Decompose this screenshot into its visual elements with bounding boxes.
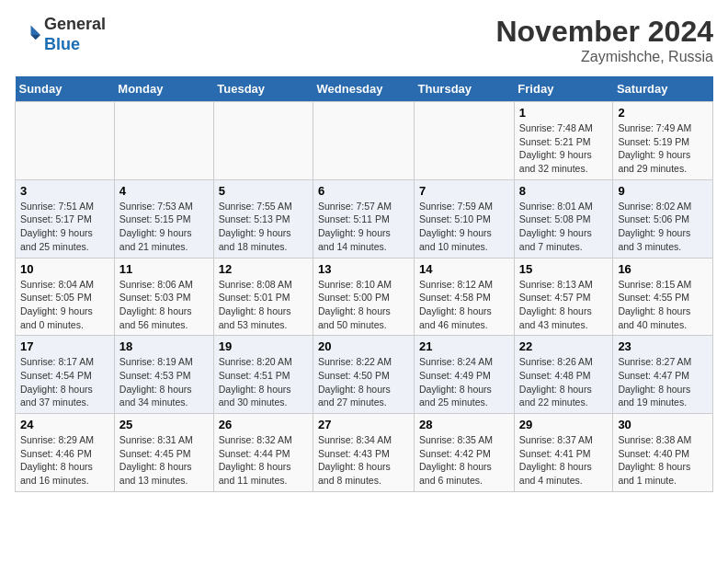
day-cell [313,102,415,180]
day-info: Sunrise: 8:06 AM Sunset: 5:03 PM Dayligh… [119,278,209,332]
day-info: Sunrise: 8:08 AM Sunset: 5:01 PM Dayligh… [219,278,308,332]
day-number: 19 [219,339,308,353]
day-number: 15 [519,262,609,276]
day-info: Sunrise: 7:48 AM Sunset: 5:21 PM Dayligh… [519,121,609,176]
day-cell: 17Sunrise: 8:17 AM Sunset: 4:54 PM Dayli… [16,336,115,414]
calendar-body: 1Sunrise: 7:48 AM Sunset: 5:21 PM Daylig… [16,102,713,492]
day-info: Sunrise: 8:27 AM Sunset: 4:47 PM Dayligh… [618,355,708,409]
day-number: 23 [618,339,708,353]
day-cell: 7Sunrise: 7:59 AM Sunset: 5:10 PM Daylig… [415,179,515,258]
week-row-1: 1Sunrise: 7:48 AM Sunset: 5:21 PM Daylig… [16,102,713,180]
day-cell: 3Sunrise: 7:51 AM Sunset: 5:17 PM Daylig… [16,179,115,258]
weekday-row: SundayMondayTuesdayWednesdayThursdayFrid… [16,76,713,102]
calendar-table: SundayMondayTuesdayWednesdayThursdayFrid… [15,76,713,492]
day-info: Sunrise: 8:02 AM Sunset: 5:06 PM Dayligh… [618,200,708,254]
day-number: 17 [20,339,109,353]
day-number: 8 [519,184,609,198]
day-info: Sunrise: 8:32 AM Sunset: 4:44 PM Dayligh… [219,433,308,488]
day-cell: 15Sunrise: 8:13 AM Sunset: 4:57 PM Dayli… [514,258,613,336]
day-cell: 28Sunrise: 8:35 AM Sunset: 4:42 PM Dayli… [415,414,515,492]
day-number: 27 [318,418,409,431]
svg-marker-0 [31,25,41,35]
day-cell: 10Sunrise: 8:04 AM Sunset: 5:05 PM Dayli… [16,258,115,336]
day-cell [114,102,213,180]
day-cell: 8Sunrise: 8:01 AM Sunset: 5:08 PM Daylig… [514,179,613,258]
day-cell: 6Sunrise: 7:57 AM Sunset: 5:11 PM Daylig… [313,179,415,258]
logo-general: General [44,15,106,35]
day-info: Sunrise: 8:31 AM Sunset: 4:45 PM Dayligh… [119,433,209,488]
day-cell [213,102,313,180]
day-cell: 29Sunrise: 8:37 AM Sunset: 4:41 PM Dayli… [514,414,613,492]
day-number: 16 [618,262,708,276]
day-info: Sunrise: 7:59 AM Sunset: 5:10 PM Dayligh… [419,200,509,254]
location: Zaymishche, Russia [495,49,713,65]
day-number: 18 [119,339,209,353]
day-number: 10 [20,262,109,276]
week-row-2: 3Sunrise: 7:51 AM Sunset: 5:17 PM Daylig… [16,179,713,258]
logo: General Blue [15,15,106,54]
day-cell: 14Sunrise: 8:12 AM Sunset: 4:58 PM Dayli… [415,258,515,336]
day-number: 13 [318,262,409,276]
page-header: General Blue November 2024 Zaymishche, R… [15,15,713,65]
day-number: 21 [419,339,509,353]
weekday-header-saturday: Saturday [613,76,713,102]
day-info: Sunrise: 8:24 AM Sunset: 4:49 PM Dayligh… [419,355,509,409]
day-number: 29 [519,418,609,431]
day-number: 12 [219,262,308,276]
day-info: Sunrise: 8:01 AM Sunset: 5:08 PM Dayligh… [519,200,609,254]
day-cell: 16Sunrise: 8:15 AM Sunset: 4:55 PM Dayli… [613,258,713,336]
weekday-header-thursday: Thursday [415,76,515,102]
day-cell: 18Sunrise: 8:19 AM Sunset: 4:53 PM Dayli… [114,336,213,414]
day-info: Sunrise: 8:19 AM Sunset: 4:53 PM Dayligh… [119,355,209,409]
logo-icon [15,22,40,48]
day-number: 6 [318,184,409,198]
day-info: Sunrise: 8:12 AM Sunset: 4:58 PM Dayligh… [419,278,509,332]
day-number: 3 [20,184,109,198]
day-info: Sunrise: 8:10 AM Sunset: 5:00 PM Dayligh… [318,278,409,332]
day-info: Sunrise: 7:57 AM Sunset: 5:11 PM Dayligh… [318,200,409,254]
day-info: Sunrise: 8:04 AM Sunset: 5:05 PM Dayligh… [20,278,109,332]
day-cell [415,102,515,180]
day-number: 20 [318,339,409,353]
day-number: 2 [618,106,708,120]
day-info: Sunrise: 8:15 AM Sunset: 4:55 PM Dayligh… [618,278,708,332]
day-cell: 5Sunrise: 7:55 AM Sunset: 5:13 PM Daylig… [213,179,313,258]
day-cell: 9Sunrise: 8:02 AM Sunset: 5:06 PM Daylig… [613,179,713,258]
day-cell: 19Sunrise: 8:20 AM Sunset: 4:51 PM Dayli… [213,336,313,414]
day-info: Sunrise: 7:49 AM Sunset: 5:19 PM Dayligh… [618,121,708,176]
day-number: 25 [119,418,209,431]
weekday-header-friday: Friday [514,76,613,102]
day-info: Sunrise: 8:35 AM Sunset: 4:42 PM Dayligh… [419,433,509,488]
day-info: Sunrise: 7:55 AM Sunset: 5:13 PM Dayligh… [219,200,308,254]
day-info: Sunrise: 7:51 AM Sunset: 5:17 PM Dayligh… [20,200,109,254]
day-number: 1 [519,106,609,120]
day-cell: 11Sunrise: 8:06 AM Sunset: 5:03 PM Dayli… [114,258,213,336]
day-cell: 21Sunrise: 8:24 AM Sunset: 4:49 PM Dayli… [415,336,515,414]
calendar-header: SundayMondayTuesdayWednesdayThursdayFrid… [16,76,713,102]
day-cell: 4Sunrise: 7:53 AM Sunset: 5:15 PM Daylig… [114,179,213,258]
day-info: Sunrise: 8:29 AM Sunset: 4:46 PM Dayligh… [20,433,109,488]
day-number: 26 [219,418,308,431]
day-info: Sunrise: 8:26 AM Sunset: 4:48 PM Dayligh… [519,355,609,409]
day-cell: 25Sunrise: 8:31 AM Sunset: 4:45 PM Dayli… [114,414,213,492]
day-number: 11 [119,262,209,276]
svg-marker-1 [31,35,41,40]
day-number: 28 [419,418,509,431]
logo-text: General Blue [44,15,106,54]
weekday-header-tuesday: Tuesday [213,76,313,102]
day-info: Sunrise: 8:13 AM Sunset: 4:57 PM Dayligh… [519,278,609,332]
day-cell: 20Sunrise: 8:22 AM Sunset: 4:50 PM Dayli… [313,336,415,414]
day-info: Sunrise: 8:20 AM Sunset: 4:51 PM Dayligh… [219,355,308,409]
title-block: November 2024 Zaymishche, Russia [495,15,713,65]
day-info: Sunrise: 8:34 AM Sunset: 4:43 PM Dayligh… [318,433,409,488]
day-info: Sunrise: 8:38 AM Sunset: 4:40 PM Dayligh… [618,433,708,488]
day-cell: 1Sunrise: 7:48 AM Sunset: 5:21 PM Daylig… [514,102,613,180]
month-title: November 2024 [495,15,713,49]
day-cell: 13Sunrise: 8:10 AM Sunset: 5:00 PM Dayli… [313,258,415,336]
day-number: 5 [219,184,308,198]
weekday-header-sunday: Sunday [16,76,115,102]
day-number: 22 [519,339,609,353]
weekday-header-wednesday: Wednesday [313,76,415,102]
logo-blue: Blue [44,35,106,55]
week-row-5: 24Sunrise: 8:29 AM Sunset: 4:46 PM Dayli… [16,414,713,492]
